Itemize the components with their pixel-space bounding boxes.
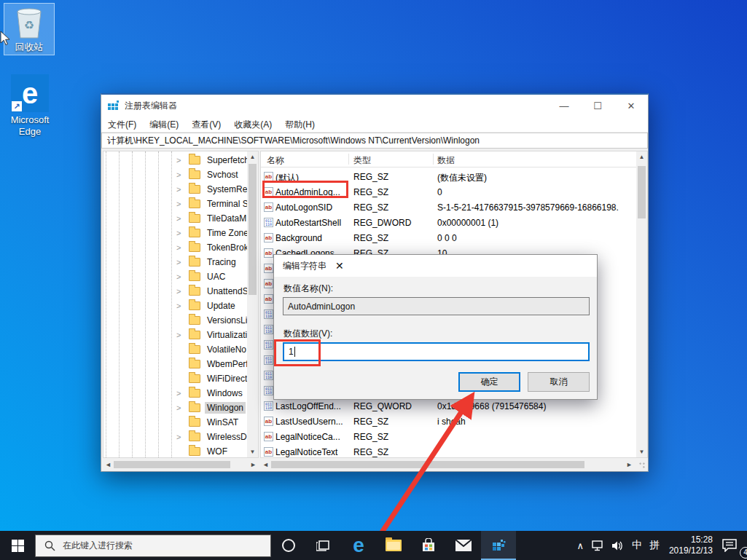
menu-edit[interactable]: 编辑(E): [143, 119, 185, 131]
expand-chevron-icon[interactable]: >: [176, 403, 185, 412]
maximize-button[interactable]: ☐: [581, 95, 614, 117]
ime-language-indicator[interactable]: 中: [628, 531, 646, 560]
start-button[interactable]: [0, 531, 35, 560]
taskbar-clock[interactable]: 15:28 2019/12/13: [663, 531, 719, 560]
minimize-button[interactable]: —: [547, 95, 581, 117]
tree-item-tiledatam[interactable]: >TileDataM: [103, 211, 258, 226]
value-row-autologonsid[interactable]: abAutoLogonSIDREG_SZS-1-5-21-4176637915-…: [261, 200, 637, 215]
tree-item-wifidirect[interactable]: WiFiDirect: [103, 371, 258, 386]
column-header-data[interactable]: 数据: [437, 154, 455, 167]
expand-chevron-icon[interactable]: >: [176, 185, 185, 194]
tree-item-tracing[interactable]: >Tracing: [103, 255, 258, 269]
tree-item-wirelessd[interactable]: >WirelessD: [103, 430, 258, 444]
column-separator[interactable]: [348, 154, 349, 165]
menu-favorites[interactable]: 收藏夹(A): [227, 119, 278, 131]
taskbar-edge-button[interactable]: e: [341, 531, 376, 560]
scroll-thumb[interactable]: [249, 164, 257, 295]
column-header-type[interactable]: 类型: [353, 154, 371, 167]
tree-item-unattends[interactable]: >UnattendS: [103, 284, 258, 299]
expand-chevron-icon[interactable]: >: [176, 287, 185, 296]
dialog-close-icon[interactable]: ✕: [335, 260, 344, 272]
expand-chevron-icon[interactable]: >: [176, 301, 185, 310]
expand-chevron-icon[interactable]: >: [176, 156, 185, 165]
menu-help[interactable]: 帮助(H): [278, 119, 321, 131]
cortana-button[interactable]: [271, 531, 306, 560]
value-row-background[interactable]: abBackgroundREG_SZ0 0 0: [261, 230, 637, 245]
tree-item-windows[interactable]: >Windows: [103, 386, 258, 401]
dialog-titlebar[interactable]: 编辑字符串 ✕: [274, 255, 597, 277]
scroll-up-icon[interactable]: ▲: [247, 151, 258, 162]
taskbar-store-button[interactable]: [411, 531, 446, 560]
scroll-right-icon[interactable]: ►: [248, 461, 259, 468]
list-vertical-scrollbar[interactable]: ▲ ▼: [636, 151, 647, 457]
value-name: Background: [275, 233, 322, 243]
value-name: LastUsedUsern...: [275, 417, 343, 427]
expand-chevron-icon[interactable]: >: [176, 229, 185, 237]
cancel-button[interactable]: 取消: [528, 372, 590, 392]
task-view-button[interactable]: [306, 531, 341, 560]
tree-item-label: Virtualizati: [205, 329, 249, 341]
mouse-cursor: [0, 31, 12, 47]
value-row-autorestartshell[interactable]: 011 110AutoRestartShellREG_DWORD0x000000…: [261, 215, 637, 230]
tree-item-versionsli[interactable]: VersionsLi: [103, 313, 258, 328]
taskbar-mail-button[interactable]: [446, 531, 481, 560]
tree-horizontal-scrollbar[interactable]: ◄ ►: [103, 459, 259, 470]
menu-view[interactable]: 查看(V): [185, 119, 227, 131]
expand-chevron-icon[interactable]: >: [176, 389, 185, 398]
action-center-button[interactable]: 4: [719, 531, 747, 560]
desktop-icon-edge[interactable]: e ↗ Microsoft Edge: [6, 74, 54, 138]
tree-item-superfetch[interactable]: >Superfetch: [103, 153, 258, 167]
scroll-down-icon[interactable]: ▼: [636, 446, 647, 457]
scroll-thumb[interactable]: [114, 461, 230, 468]
tree-item-systemres[interactable]: >SystemRes: [103, 182, 258, 197]
value-name-field[interactable]: AutoAdminLogon: [283, 297, 590, 315]
taskbar-explorer-button[interactable]: [376, 531, 411, 560]
expand-chevron-icon[interactable]: >: [176, 170, 185, 179]
value-type-icon: ab: [264, 447, 273, 457]
menu-file[interactable]: 文件(F): [101, 119, 143, 131]
column-separator[interactable]: [433, 154, 434, 165]
window-titlebar[interactable]: 注册表编辑器 — ☐ ✕: [101, 95, 648, 117]
network-icon[interactable]: [587, 531, 608, 560]
ime-mode-indicator[interactable]: 拼: [646, 531, 663, 560]
tree-item-virtualizati[interactable]: >Virtualizati: [103, 328, 258, 342]
folder-icon: [189, 345, 200, 354]
tree-item-tokenbrok[interactable]: >TokenBrok: [103, 240, 258, 255]
tree-item-winlogon[interactable]: >Winlogon: [103, 401, 258, 415]
taskbar-regedit-button[interactable]: [481, 531, 516, 560]
tree-item-volatileno[interactable]: VolatileNo: [103, 342, 258, 357]
scroll-left-icon[interactable]: ◄: [260, 461, 271, 468]
expand-chevron-icon[interactable]: >: [176, 258, 185, 267]
expand-chevron-icon[interactable]: >: [176, 214, 185, 223]
scroll-down-icon[interactable]: ▼: [247, 446, 258, 457]
address-bar[interactable]: 计算机\HKEY_LOCAL_MACHINE\SOFTWARE\Microsof…: [101, 133, 648, 149]
scroll-thumb[interactable]: [638, 166, 646, 218]
volume-icon[interactable]: [608, 531, 628, 560]
tree-vertical-scrollbar[interactable]: ▲ ▼: [247, 151, 258, 457]
tree-item-svchost[interactable]: >Svchost: [103, 167, 258, 182]
tree-item-time-zone[interactable]: >Time Zone: [103, 226, 258, 240]
tree-item-uac[interactable]: >UAC: [103, 269, 258, 284]
scroll-left-icon[interactable]: ◄: [103, 461, 114, 468]
scroll-right-icon[interactable]: ►: [624, 461, 635, 468]
expand-chevron-icon[interactable]: >: [176, 331, 185, 339]
tree-item-label: Superfetch: [205, 154, 251, 166]
column-header-name[interactable]: 名称: [267, 154, 284, 167]
expand-chevron-icon[interactable]: >: [176, 243, 185, 252]
expand-chevron-icon[interactable]: >: [176, 200, 185, 208]
desktop-icon-recycle-bin[interactable]: ♻ 回收站: [6, 6, 52, 53]
tree-item-update[interactable]: >Update: [103, 299, 258, 313]
resize-grip[interactable]: [638, 461, 646, 470]
close-button[interactable]: ✕: [614, 95, 648, 117]
tree-item-wof[interactable]: WOF: [103, 444, 258, 458]
taskbar-search-input[interactable]: 在此键入进行搜索: [35, 535, 271, 557]
value-data-field[interactable]: 1: [283, 342, 590, 361]
value-type: REG_SZ: [353, 187, 388, 197]
tray-chevron-up-icon[interactable]: ∧: [573, 531, 587, 560]
tree-item-winsat[interactable]: WinSAT: [103, 415, 258, 430]
expand-chevron-icon[interactable]: >: [176, 433, 185, 441]
scroll-up-icon[interactable]: ▲: [636, 151, 647, 162]
tree-item-wbemperf[interactable]: WbemPerf: [103, 357, 258, 371]
expand-chevron-icon[interactable]: >: [176, 272, 185, 281]
tree-item-terminal-s[interactable]: >Terminal S: [103, 197, 258, 211]
